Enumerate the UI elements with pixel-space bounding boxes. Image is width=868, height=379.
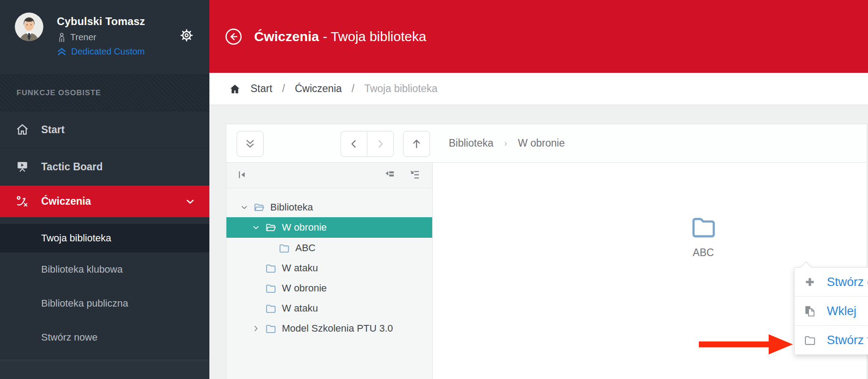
folder-icon — [265, 323, 277, 334]
library-panel: Biblioteka › W obronie — [226, 124, 867, 379]
app-window: Cybulski Tomasz Trener Dedicated Custom — [0, 0, 868, 379]
tree-item-abc[interactable]: ABC — [226, 238, 432, 258]
context-menu: Stwórz ćwiczenie Wklej — [794, 267, 868, 355]
user-plan[interactable]: Dedicated Custom — [57, 46, 145, 57]
breadcrumb-cwiczenia[interactable]: Ćwiczenia — [295, 83, 342, 95]
folder-open-icon — [265, 222, 277, 233]
main-area: Ćwiczenia - Twoja biblioteka Start / Ćwi… — [209, 0, 868, 379]
sidebar-subitem-stworz-nowe[interactable]: Stwórz nowe — [0, 320, 209, 354]
breadcrumb: Start / Ćwiczenia / Twoja biblioteka — [209, 73, 868, 105]
nav-forward-button[interactable] — [367, 131, 393, 156]
user-role: Trener — [58, 32, 96, 42]
annotation-arrow — [699, 332, 794, 357]
sidebar-submenu: Twoja biblioteka Biblioteka klubowa Bibl… — [0, 217, 209, 354]
folder-open-icon — [253, 202, 265, 213]
folder-tile-abc[interactable]: ABC — [674, 213, 732, 259]
sidebar: Cybulski Tomasz Trener Dedicated Custom — [0, 0, 209, 379]
folder-icon — [265, 303, 277, 314]
user-profile: Cybulski Tomasz Trener Dedicated Custom — [0, 0, 209, 75]
library-toolbar: Biblioteka › W obronie — [226, 124, 867, 163]
path-root[interactable]: Biblioteka — [449, 137, 494, 149]
settings-gear-icon[interactable] — [180, 29, 193, 42]
page-title: Ćwiczenia - Twoja biblioteka — [254, 29, 426, 44]
tree-item-model-szkolenia[interactable]: Model Szkolenia PTU 3.0 — [226, 318, 432, 338]
tree-item-w-obronie-selected[interactable]: W obronie — [226, 217, 432, 238]
sidebar-item-cwiczenia[interactable]: Ćwiczenia — [0, 185, 209, 217]
tree-item-w-obronie-2[interactable]: W obronie — [226, 278, 432, 298]
chevron-down-icon[interactable] — [240, 203, 250, 212]
exercises-icon — [16, 195, 29, 208]
folder-icon — [804, 334, 817, 346]
chevron-down-icon[interactable] — [251, 223, 261, 232]
sidebar-section-header: FUNKCJE OSOBISTE — [0, 75, 209, 111]
breadcrumb-start[interactable]: Start — [251, 83, 272, 95]
chevron-right-icon — [374, 138, 386, 150]
sidebar-subitem-twoja-biblioteka[interactable]: Twoja biblioteka — [0, 224, 209, 253]
history-nav-group — [340, 131, 394, 157]
folder-tree-panel: Biblioteka W obronie — [226, 163, 433, 379]
menu-item-wklej[interactable]: Wklej — [795, 297, 868, 326]
nav-back-button[interactable] — [341, 131, 367, 156]
folder-icon — [674, 213, 732, 240]
expand-all-button[interactable] — [237, 131, 264, 157]
folder-icon — [278, 242, 290, 254]
tree-item-w-ataku-1[interactable]: W ataku — [226, 258, 432, 278]
tree-header — [226, 163, 432, 188]
sidebar-subitem-biblioteka-klubowa[interactable]: Biblioteka klubowa — [0, 253, 209, 286]
page-header: Ćwiczenia - Twoja biblioteka — [209, 0, 868, 73]
user-name: Cybulski Tomasz — [57, 15, 145, 28]
arrow-up-icon — [410, 138, 423, 150]
folder-icon — [265, 262, 277, 274]
person-icon — [58, 33, 66, 42]
tree-rows: Biblioteka W obronie — [226, 188, 432, 338]
double-chevron-down-icon — [244, 138, 256, 150]
breadcrumb-current: Twoja biblioteka — [364, 83, 438, 95]
go-up-button[interactable] — [403, 131, 430, 157]
folder-path: Biblioteka › W obronie — [449, 124, 565, 162]
chevron-left-icon — [348, 138, 360, 150]
chevron-down-icon — [184, 196, 196, 207]
path-current: W obronie — [518, 137, 565, 149]
home-icon — [16, 123, 29, 136]
folder-contents: ABC Stwórz ćwiczenie — [433, 163, 867, 379]
sidebar-subitem-biblioteka-publiczna[interactable]: Biblioteka publiczna — [0, 286, 209, 320]
tactic-board-icon — [16, 160, 29, 173]
tree-item-biblioteka[interactable]: Biblioteka — [226, 197, 432, 217]
avatar[interactable] — [15, 13, 43, 41]
folder-tile-label: ABC — [674, 247, 732, 259]
paste-icon — [804, 305, 817, 317]
back-button[interactable] — [225, 28, 243, 46]
double-chevron-up-icon — [57, 47, 67, 56]
plus-icon — [804, 276, 817, 288]
sidebar-item-tactic-board[interactable]: Tactic Board — [0, 148, 209, 185]
sidebar-next-section — [0, 360, 209, 379]
folder-icon — [265, 282, 277, 294]
collapse-all-icon[interactable] — [384, 169, 396, 181]
collapse-panel-icon[interactable] — [236, 169, 248, 181]
expand-tree-icon[interactable] — [409, 169, 421, 181]
menu-item-stworz-folder[interactable]: Stwórz folder — [795, 326, 868, 354]
home-icon[interactable] — [229, 83, 241, 95]
path-separator: › — [504, 138, 507, 148]
sidebar-item-start[interactable]: Start — [0, 111, 209, 148]
chevron-right-icon[interactable] — [251, 324, 261, 333]
avatar-image — [15, 13, 43, 41]
tree-item-w-ataku-2[interactable]: W ataku — [226, 298, 432, 318]
